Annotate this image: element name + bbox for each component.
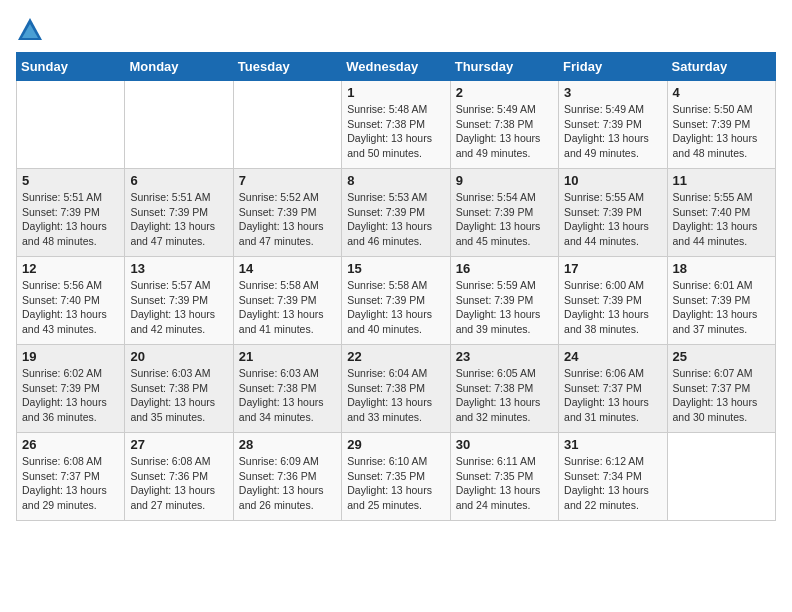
day-number: 19 xyxy=(22,349,119,364)
day-info: Sunrise: 6:08 AMSunset: 7:37 PMDaylight:… xyxy=(22,454,119,513)
calendar-cell: 30Sunrise: 6:11 AMSunset: 7:35 PMDayligh… xyxy=(450,433,558,521)
day-number: 24 xyxy=(564,349,661,364)
day-number: 31 xyxy=(564,437,661,452)
day-of-week-header: Sunday xyxy=(17,53,125,81)
day-number: 17 xyxy=(564,261,661,276)
day-of-week-header: Saturday xyxy=(667,53,775,81)
day-info: Sunrise: 5:50 AMSunset: 7:39 PMDaylight:… xyxy=(673,102,770,161)
calendar-cell xyxy=(667,433,775,521)
calendar-cell: 31Sunrise: 6:12 AMSunset: 7:34 PMDayligh… xyxy=(559,433,667,521)
day-number: 18 xyxy=(673,261,770,276)
calendar-cell: 8Sunrise: 5:53 AMSunset: 7:39 PMDaylight… xyxy=(342,169,450,257)
day-info: Sunrise: 5:52 AMSunset: 7:39 PMDaylight:… xyxy=(239,190,336,249)
day-info: Sunrise: 5:57 AMSunset: 7:39 PMDaylight:… xyxy=(130,278,227,337)
calendar-cell: 14Sunrise: 5:58 AMSunset: 7:39 PMDayligh… xyxy=(233,257,341,345)
day-number: 22 xyxy=(347,349,444,364)
day-info: Sunrise: 5:58 AMSunset: 7:39 PMDaylight:… xyxy=(239,278,336,337)
day-number: 29 xyxy=(347,437,444,452)
day-info: Sunrise: 5:51 AMSunset: 7:39 PMDaylight:… xyxy=(22,190,119,249)
calendar-cell: 3Sunrise: 5:49 AMSunset: 7:39 PMDaylight… xyxy=(559,81,667,169)
day-of-week-header: Friday xyxy=(559,53,667,81)
calendar-cell: 17Sunrise: 6:00 AMSunset: 7:39 PMDayligh… xyxy=(559,257,667,345)
day-info: Sunrise: 5:48 AMSunset: 7:38 PMDaylight:… xyxy=(347,102,444,161)
calendar-cell: 13Sunrise: 5:57 AMSunset: 7:39 PMDayligh… xyxy=(125,257,233,345)
calendar-cell: 5Sunrise: 5:51 AMSunset: 7:39 PMDaylight… xyxy=(17,169,125,257)
calendar-cell: 10Sunrise: 5:55 AMSunset: 7:39 PMDayligh… xyxy=(559,169,667,257)
calendar-cell: 9Sunrise: 5:54 AMSunset: 7:39 PMDaylight… xyxy=(450,169,558,257)
day-info: Sunrise: 6:04 AMSunset: 7:38 PMDaylight:… xyxy=(347,366,444,425)
calendar-cell: 29Sunrise: 6:10 AMSunset: 7:35 PMDayligh… xyxy=(342,433,450,521)
day-info: Sunrise: 6:07 AMSunset: 7:37 PMDaylight:… xyxy=(673,366,770,425)
day-number: 28 xyxy=(239,437,336,452)
calendar-week-row: 19Sunrise: 6:02 AMSunset: 7:39 PMDayligh… xyxy=(17,345,776,433)
calendar-cell: 24Sunrise: 6:06 AMSunset: 7:37 PMDayligh… xyxy=(559,345,667,433)
calendar-cell: 25Sunrise: 6:07 AMSunset: 7:37 PMDayligh… xyxy=(667,345,775,433)
day-number: 14 xyxy=(239,261,336,276)
calendar-cell xyxy=(17,81,125,169)
calendar-cell: 16Sunrise: 5:59 AMSunset: 7:39 PMDayligh… xyxy=(450,257,558,345)
calendar-cell: 28Sunrise: 6:09 AMSunset: 7:36 PMDayligh… xyxy=(233,433,341,521)
day-number: 15 xyxy=(347,261,444,276)
day-number: 3 xyxy=(564,85,661,100)
day-number: 25 xyxy=(673,349,770,364)
logo xyxy=(16,16,48,44)
day-number: 27 xyxy=(130,437,227,452)
day-info: Sunrise: 6:03 AMSunset: 7:38 PMDaylight:… xyxy=(239,366,336,425)
calendar-header-row: SundayMondayTuesdayWednesdayThursdayFrid… xyxy=(17,53,776,81)
day-number: 2 xyxy=(456,85,553,100)
calendar-cell xyxy=(233,81,341,169)
day-of-week-header: Thursday xyxy=(450,53,558,81)
calendar-cell: 20Sunrise: 6:03 AMSunset: 7:38 PMDayligh… xyxy=(125,345,233,433)
calendar-cell: 4Sunrise: 5:50 AMSunset: 7:39 PMDaylight… xyxy=(667,81,775,169)
day-info: Sunrise: 5:49 AMSunset: 7:38 PMDaylight:… xyxy=(456,102,553,161)
day-number: 13 xyxy=(130,261,227,276)
calendar-week-row: 12Sunrise: 5:56 AMSunset: 7:40 PMDayligh… xyxy=(17,257,776,345)
day-info: Sunrise: 5:58 AMSunset: 7:39 PMDaylight:… xyxy=(347,278,444,337)
day-number: 21 xyxy=(239,349,336,364)
day-info: Sunrise: 5:55 AMSunset: 7:40 PMDaylight:… xyxy=(673,190,770,249)
day-number: 1 xyxy=(347,85,444,100)
day-number: 23 xyxy=(456,349,553,364)
day-info: Sunrise: 6:08 AMSunset: 7:36 PMDaylight:… xyxy=(130,454,227,513)
day-info: Sunrise: 5:53 AMSunset: 7:39 PMDaylight:… xyxy=(347,190,444,249)
day-number: 11 xyxy=(673,173,770,188)
calendar-cell: 18Sunrise: 6:01 AMSunset: 7:39 PMDayligh… xyxy=(667,257,775,345)
day-of-week-header: Monday xyxy=(125,53,233,81)
day-number: 9 xyxy=(456,173,553,188)
calendar-cell: 19Sunrise: 6:02 AMSunset: 7:39 PMDayligh… xyxy=(17,345,125,433)
calendar-cell: 27Sunrise: 6:08 AMSunset: 7:36 PMDayligh… xyxy=(125,433,233,521)
day-number: 6 xyxy=(130,173,227,188)
day-number: 5 xyxy=(22,173,119,188)
calendar-cell: 2Sunrise: 5:49 AMSunset: 7:38 PMDaylight… xyxy=(450,81,558,169)
calendar-week-row: 26Sunrise: 6:08 AMSunset: 7:37 PMDayligh… xyxy=(17,433,776,521)
day-number: 10 xyxy=(564,173,661,188)
day-number: 4 xyxy=(673,85,770,100)
logo-icon xyxy=(16,16,44,44)
day-number: 26 xyxy=(22,437,119,452)
calendar-cell: 7Sunrise: 5:52 AMSunset: 7:39 PMDaylight… xyxy=(233,169,341,257)
day-number: 30 xyxy=(456,437,553,452)
day-info: Sunrise: 6:09 AMSunset: 7:36 PMDaylight:… xyxy=(239,454,336,513)
calendar-cell: 21Sunrise: 6:03 AMSunset: 7:38 PMDayligh… xyxy=(233,345,341,433)
calendar-cell: 26Sunrise: 6:08 AMSunset: 7:37 PMDayligh… xyxy=(17,433,125,521)
day-info: Sunrise: 6:11 AMSunset: 7:35 PMDaylight:… xyxy=(456,454,553,513)
day-info: Sunrise: 5:59 AMSunset: 7:39 PMDaylight:… xyxy=(456,278,553,337)
day-number: 8 xyxy=(347,173,444,188)
calendar-cell: 23Sunrise: 6:05 AMSunset: 7:38 PMDayligh… xyxy=(450,345,558,433)
day-number: 20 xyxy=(130,349,227,364)
calendar-week-row: 1Sunrise: 5:48 AMSunset: 7:38 PMDaylight… xyxy=(17,81,776,169)
day-info: Sunrise: 5:49 AMSunset: 7:39 PMDaylight:… xyxy=(564,102,661,161)
calendar-cell: 22Sunrise: 6:04 AMSunset: 7:38 PMDayligh… xyxy=(342,345,450,433)
day-info: Sunrise: 6:02 AMSunset: 7:39 PMDaylight:… xyxy=(22,366,119,425)
day-of-week-header: Wednesday xyxy=(342,53,450,81)
day-info: Sunrise: 5:54 AMSunset: 7:39 PMDaylight:… xyxy=(456,190,553,249)
day-info: Sunrise: 5:51 AMSunset: 7:39 PMDaylight:… xyxy=(130,190,227,249)
day-info: Sunrise: 6:00 AMSunset: 7:39 PMDaylight:… xyxy=(564,278,661,337)
day-info: Sunrise: 6:05 AMSunset: 7:38 PMDaylight:… xyxy=(456,366,553,425)
calendar-cell: 11Sunrise: 5:55 AMSunset: 7:40 PMDayligh… xyxy=(667,169,775,257)
calendar-cell: 12Sunrise: 5:56 AMSunset: 7:40 PMDayligh… xyxy=(17,257,125,345)
page-header xyxy=(16,16,776,44)
day-info: Sunrise: 5:55 AMSunset: 7:39 PMDaylight:… xyxy=(564,190,661,249)
calendar-cell: 6Sunrise: 5:51 AMSunset: 7:39 PMDaylight… xyxy=(125,169,233,257)
day-number: 7 xyxy=(239,173,336,188)
